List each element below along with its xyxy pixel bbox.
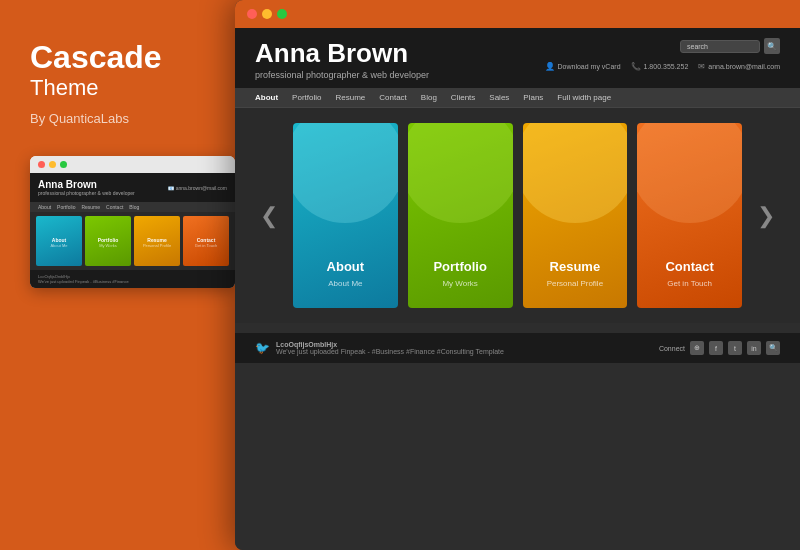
brand-title: Cascade <box>30 40 220 75</box>
card-contact[interactable]: Contact Get in Touch <box>637 123 742 308</box>
large-dot-yellow <box>262 9 272 19</box>
small-card-portfolio-sub: My Works <box>99 243 117 248</box>
tweet-user: LcoOqfijsOmblHjx <box>276 341 504 348</box>
social-linkedin[interactable]: in <box>747 341 761 355</box>
small-card-portfolio: Portfolio My Works <box>85 216 131 266</box>
site-header: Anna Brown professional photographer & w… <box>235 28 800 88</box>
site-nav: About Portfolio Resume Contact Blog Clie… <box>235 88 800 108</box>
large-preview-window: Anna Brown professional photographer & w… <box>235 0 800 550</box>
small-site-header: Anna Brown professional photographer & w… <box>30 173 235 202</box>
contact-email-text: anna.brown@mail.com <box>708 63 780 70</box>
nav-item-fullwidth[interactable]: Full width page <box>557 93 611 102</box>
card-portfolio[interactable]: Portfolio My Works <box>408 123 513 308</box>
small-content: Anna Brown professional photographer & w… <box>30 173 235 288</box>
card-about-sublabel: About Me <box>328 279 362 288</box>
small-card-about: About About Me <box>36 216 82 266</box>
small-card-contact: Contact Get in Touch <box>183 216 229 266</box>
large-content: Anna Brown professional photographer & w… <box>235 28 800 550</box>
small-dot-yellow <box>49 161 56 168</box>
small-card-resume-sub: Personal Profile <box>143 243 171 248</box>
small-preview-window: Anna Brown professional photographer & w… <box>30 156 235 288</box>
small-nav-resume: Resume <box>81 204 100 210</box>
contact-phone: 📞 1.800.355.252 <box>631 62 689 71</box>
by-line: By QuanticaLabs <box>30 111 220 126</box>
small-card-about-sub: About Me <box>50 243 67 248</box>
large-dot-red <box>247 9 257 19</box>
card-circle-yellow <box>523 123 628 223</box>
nav-item-resume[interactable]: Resume <box>335 93 365 102</box>
small-card-contact-sub: Get in Touch <box>195 243 217 248</box>
connect-label: Connect <box>659 345 685 352</box>
cards-row: ❮ About About Me Portfolio My Works <box>255 123 780 308</box>
site-footer: 🐦 LcoOqfijsOmblHjx We've just uploaded F… <box>235 333 800 363</box>
contact-email: ✉ anna.brown@mail.com <box>698 62 780 71</box>
social-facebook[interactable]: f <box>709 341 723 355</box>
card-circle-orange <box>637 123 742 223</box>
card-portfolio-sublabel: My Works <box>442 279 477 288</box>
cards-container: About About Me Portfolio My Works Resume… <box>293 123 742 308</box>
small-titlebar <box>30 156 235 173</box>
site-name-block: Anna Brown professional photographer & w… <box>255 38 429 80</box>
site-name: Anna Brown <box>255 38 429 69</box>
small-nav-contact: Contact <box>106 204 123 210</box>
contact-vcard: 👤 Download my vCard <box>545 62 621 71</box>
next-arrow[interactable]: ❯ <box>752 203 780 229</box>
small-nav-portfolio: Portfolio <box>57 204 75 210</box>
facebook-icon: f <box>715 345 717 352</box>
small-site-name: Anna Brown <box>38 179 135 190</box>
small-footer: LcoOqfijsOmblHjx We've just uploaded Fin… <box>30 270 235 288</box>
nav-item-portfolio[interactable]: Portfolio <box>292 93 321 102</box>
small-card-resume: Resume Personal Profile <box>134 216 180 266</box>
small-footer-subtext: We've just uploaded Finpeak - #Business … <box>38 279 227 284</box>
social-search[interactable]: 🔍 <box>766 341 780 355</box>
card-about-label: About <box>327 259 365 274</box>
small-dot-green <box>60 161 67 168</box>
phone-icon: 📞 <box>631 62 641 71</box>
contact-vcard-text: Download my vCard <box>558 63 621 70</box>
small-cards-container: About About Me Portfolio My Works Resume… <box>30 212 235 270</box>
left-panel: Cascade Theme By QuanticaLabs Anna Brown… <box>0 0 250 550</box>
large-dot-green <box>277 9 287 19</box>
card-contact-sublabel: Get in Touch <box>667 279 712 288</box>
small-dot-red <box>38 161 45 168</box>
small-contact-info: 📧 anna.brown@mail.com <box>168 185 227 191</box>
nav-item-plans[interactable]: Plans <box>523 93 543 102</box>
card-resume[interactable]: Resume Personal Profile <box>523 123 628 308</box>
email-icon: ✉ <box>698 62 705 71</box>
tweet-text: We've just uploaded Finpeak - #Business … <box>276 348 504 355</box>
social-rss[interactable]: ⊕ <box>690 341 704 355</box>
site-tagline: professional photographer & web develope… <box>255 70 429 80</box>
card-resume-label: Resume <box>550 259 601 274</box>
nav-item-sales[interactable]: Sales <box>489 93 509 102</box>
twitter-social-icon: t <box>734 345 736 352</box>
small-nav-blog: Blog <box>129 204 139 210</box>
search-button[interactable]: 🔍 <box>764 38 780 54</box>
card-portfolio-label: Portfolio <box>433 259 486 274</box>
search-bar-row: search 🔍 <box>680 38 780 54</box>
nav-item-contact[interactable]: Contact <box>379 93 407 102</box>
nav-item-about[interactable]: About <box>255 93 278 102</box>
small-nav: About Portfolio Resume Contact Blog <box>30 202 235 212</box>
rss-icon: ⊕ <box>694 344 700 352</box>
social-twitter[interactable]: t <box>728 341 742 355</box>
nav-item-blog[interactable]: Blog <box>421 93 437 102</box>
site-contact-bar: 👤 Download my vCard 📞 1.800.355.252 ✉ an… <box>545 62 781 71</box>
nav-item-clients[interactable]: Clients <box>451 93 475 102</box>
card-contact-label: Contact <box>665 259 713 274</box>
tweet-content: LcoOqfijsOmblHjx We've just uploaded Fin… <box>276 341 504 355</box>
linkedin-icon: in <box>751 345 756 352</box>
card-circle-blue <box>293 123 398 223</box>
twitter-icon: 🐦 <box>255 341 270 355</box>
contact-phone-text: 1.800.355.252 <box>644 63 689 70</box>
search-input[interactable]: search <box>680 40 760 53</box>
search-icon: 🔍 <box>767 42 777 51</box>
brand-subtitle: Theme <box>30 75 220 101</box>
small-site-tagline: professional photographer & web develope… <box>38 190 135 196</box>
vcard-icon: 👤 <box>545 62 555 71</box>
footer-tweet: 🐦 LcoOqfijsOmblHjx We've just uploaded F… <box>255 341 504 355</box>
card-resume-sublabel: Personal Profile <box>547 279 603 288</box>
prev-arrow[interactable]: ❮ <box>255 203 283 229</box>
footer-connect: Connect ⊕ f t in 🔍 <box>659 341 780 355</box>
card-about[interactable]: About About Me <box>293 123 398 308</box>
small-nav-about: About <box>38 204 51 210</box>
